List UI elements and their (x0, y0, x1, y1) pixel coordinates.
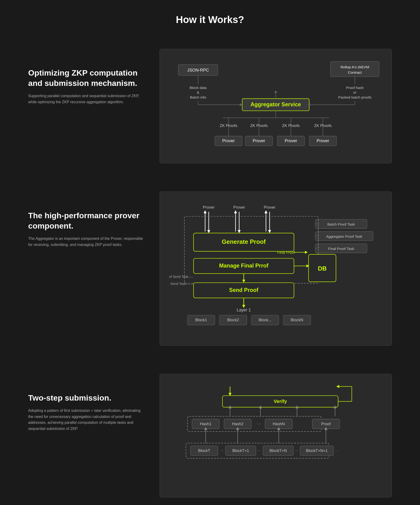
svg-marker-116 (333, 405, 337, 408)
section-1-heading: Optimizing ZKP computation and submissio… (28, 68, 145, 88)
svg-text:Prover: Prover (285, 139, 297, 143)
svg-text:Final Proof: Final Proof (277, 251, 295, 255)
svg-text:Prover: Prover (233, 205, 245, 210)
svg-text:BlockT+1: BlockT+1 (232, 448, 249, 453)
svg-text:·: · (337, 448, 338, 453)
section-1-description: Supporting parallel computation and sequ… (28, 93, 145, 105)
svg-text:··: ·· (220, 448, 223, 453)
diagram-1: JSON-RPC Rollup A's zkEVM Contract Block… (160, 49, 392, 163)
section-2: The high-performance prover component. T… (0, 177, 420, 360)
svg-rect-1 (330, 62, 379, 77)
section-2-description: The Aggregator is an important component… (28, 236, 145, 248)
svg-text:BlockT+N+1: BlockT+N+1 (306, 448, 328, 453)
section-3-description: Adopting a pattern of first submission +… (28, 408, 145, 432)
svg-marker-53 (234, 210, 237, 213)
svg-text:&: & (197, 90, 200, 94)
svg-text:BlockN: BlockN (291, 318, 303, 322)
svg-marker-108 (336, 385, 339, 388)
svg-text:Block2: Block2 (227, 318, 239, 322)
section-2-left: The high-performance prover component. T… (28, 191, 145, 248)
svg-text:Verify: Verify (274, 398, 287, 404)
diagram-2: Prover Prover Prover (160, 191, 392, 346)
svg-text:Manage Final Prrof: Manage Final Prrof (219, 263, 269, 269)
svg-marker-114 (295, 405, 298, 408)
svg-text:Send Proof: Send Proof (229, 287, 259, 293)
svg-text:Packed batch proofs: Packed batch proofs (338, 95, 371, 99)
svg-text:··: ·· (295, 448, 298, 453)
svg-marker-49 (204, 210, 207, 213)
svg-marker-110 (229, 405, 232, 408)
svg-marker-112 (259, 405, 262, 408)
svg-text:Hash2: Hash2 (232, 422, 243, 426)
svg-text:··: ·· (258, 448, 261, 453)
svg-text:Aggregator Proof Task: Aggregator Proof Task (326, 234, 363, 238)
svg-text:Proof Hash Send Task: Proof Hash Send Task (169, 282, 186, 286)
section-3-heading: Two-step submission. (28, 393, 145, 403)
svg-text:Proof Send Task: Proof Send Task (169, 275, 189, 278)
section-3-diagram: Verify Hash1 (160, 374, 392, 498)
svg-text:ZK Proofs: ZK Proofs (250, 123, 268, 128)
svg-text:BlockT+N: BlockT+N (270, 448, 287, 453)
section-3-left: Two-step submission. Adopting a pattern … (28, 374, 145, 432)
section-2-diagram: Prover Prover Prover (160, 191, 392, 346)
svg-marker-58 (268, 230, 271, 233)
section-1: Optimizing ZKP computation and submissio… (0, 35, 420, 177)
svg-text:Hash1: Hash1 (200, 422, 211, 426)
svg-text:ZK Proofs: ZK Proofs (220, 123, 237, 128)
section-1-left: Optimizing ZKP computation and submissio… (28, 49, 145, 105)
svg-marker-75 (305, 251, 308, 254)
svg-text:Layer 1: Layer 1 (237, 308, 251, 312)
svg-text:Rollup A's zkEVM: Rollup A's zkEVM (340, 65, 369, 69)
svg-text:ZK Proofs: ZK Proofs (282, 123, 300, 128)
svg-marker-21 (274, 90, 277, 93)
svg-text:Prover: Prover (264, 205, 276, 210)
section-3: Two-step submission. Adopting a pattern … (0, 360, 420, 505)
svg-text:ZK Proofs: ZK Proofs (314, 123, 332, 128)
svg-text:Prover: Prover (222, 139, 235, 143)
section-2-heading: The high-performance prover component. (28, 210, 145, 231)
diagram-3: Verify Hash1 (160, 374, 392, 498)
svg-marker-54 (238, 230, 241, 233)
svg-text:DB: DB (318, 265, 327, 272)
svg-text:Batch Proof Task: Batch Proof Task (327, 222, 355, 226)
diagram-2-svg: Prover Prover Prover (169, 201, 382, 335)
svg-text:Prover: Prover (253, 139, 265, 143)
svg-text:BlockT: BlockT (198, 448, 210, 453)
diagram-1-svg: JSON-RPC Rollup A's zkEVM Contract Block… (169, 58, 382, 153)
svg-text:Prover: Prover (203, 205, 215, 210)
svg-text:Contract: Contract (348, 70, 362, 74)
svg-text:HashN: HashN (273, 422, 285, 426)
svg-text:Batch info: Batch info (190, 95, 206, 99)
svg-text:Proof hash: Proof hash (346, 86, 364, 90)
svg-text:Aggregator Service: Aggregator Service (250, 101, 301, 107)
svg-text:Block data: Block data (190, 86, 207, 90)
svg-text:or: or (353, 90, 357, 94)
svg-marker-14 (240, 103, 242, 106)
svg-text:Block1: Block1 (195, 318, 207, 322)
page-title: How it Works? (0, 0, 420, 35)
svg-text:Block...: Block... (259, 318, 271, 322)
diagram-3-svg: Verify Hash1 (169, 384, 382, 487)
svg-text:Generate Proof: Generate Proof (222, 238, 266, 245)
svg-text:Proof: Proof (321, 422, 331, 426)
svg-marker-50 (207, 230, 210, 233)
svg-marker-57 (264, 210, 268, 213)
svg-marker-81 (242, 280, 245, 283)
section-1-diagram: JSON-RPC Rollup A's zkEVM Contract Block… (160, 49, 392, 163)
svg-text:Final Proof Task: Final Proof Task (328, 247, 354, 251)
json-rpc-label: JSON-RPC (187, 68, 209, 73)
svg-text:···: ··· (257, 421, 261, 426)
svg-text:Prover: Prover (317, 139, 329, 143)
